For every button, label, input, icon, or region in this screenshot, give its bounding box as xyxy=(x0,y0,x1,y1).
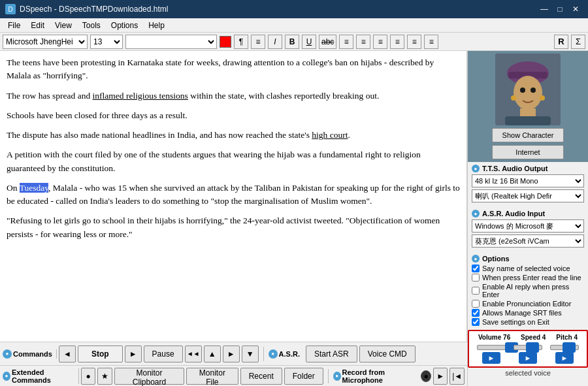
monitor-clipboard-btn[interactable]: Monitor Clipboard xyxy=(114,368,184,385)
checkbox-say-name-label: Say name of selected voice xyxy=(482,265,570,272)
mic-stop-btn[interactable]: ● xyxy=(421,370,431,382)
nav-prev-btn[interactable]: ◄◄ xyxy=(185,346,202,362)
pause-btn[interactable]: Pause xyxy=(144,346,183,362)
ext-commands-section: ● Extended Commands xyxy=(3,368,79,384)
menu-file[interactable]: File xyxy=(3,20,25,31)
vsp-sliders-row: ► ► ► xyxy=(473,345,583,364)
tts-label: T.T.S. Audio Output xyxy=(482,165,547,172)
bold-btn[interactable]: B xyxy=(285,35,299,49)
stop-btn[interactable]: Stop xyxy=(78,346,123,362)
pitch-thumb[interactable] xyxy=(563,342,576,353)
minimize-button[interactable]: — xyxy=(537,3,551,15)
justify-btn[interactable]: ≡ xyxy=(390,35,404,49)
align-btn[interactable]: ≡ xyxy=(251,35,265,49)
volume-track[interactable] xyxy=(477,345,506,350)
toolbar: Microsoft JhengHei 13 ¶ ≡ I B U abc ≡ ≡ … xyxy=(0,33,588,51)
commands-section: ● Commands xyxy=(3,349,57,359)
show-character-btn[interactable]: Show Character xyxy=(492,128,564,142)
character-image xyxy=(495,54,561,125)
checkbox-enter-read: When press Enter read the line xyxy=(472,274,584,281)
selected-voice-label: selected voice xyxy=(505,369,551,377)
style-selector[interactable] xyxy=(125,35,217,49)
align-center-btn[interactable]: ≡ xyxy=(356,35,370,49)
record-label: Record from Microphone xyxy=(342,368,416,384)
checkbox-say-name: Say name of selected voice xyxy=(472,265,584,272)
asr-section: ● A.S.R. xyxy=(269,349,304,359)
title-bar-controls: — □ ✕ xyxy=(537,3,583,15)
next-btn[interactable]: ► xyxy=(125,346,142,362)
vsp-section: Volume 76 Speed 4 Pitch 4 ► xyxy=(468,330,588,368)
checkbox-pronunciation-input[interactable] xyxy=(472,300,480,308)
volume-arrow[interactable]: ► xyxy=(482,352,500,364)
menu-bar: File Edit View Tools Options Help xyxy=(0,18,588,33)
svg-point-4 xyxy=(520,88,525,93)
para-3: Schools have been closed for three days … xyxy=(7,109,460,122)
divider2 xyxy=(328,369,329,383)
speed-track[interactable] xyxy=(514,345,542,350)
nav-down-btn[interactable]: ▼ xyxy=(242,346,259,362)
prev-btn[interactable]: ◄ xyxy=(59,346,76,362)
outdent-btn[interactable]: ≡ xyxy=(424,35,438,49)
color-picker[interactable] xyxy=(220,36,231,48)
paragraph-btn[interactable]: ¶ xyxy=(234,35,248,49)
svg-point-7 xyxy=(540,95,545,101)
pitch-arrow[interactable]: ► xyxy=(555,352,574,364)
options-title: ● Options xyxy=(472,255,584,263)
menu-help[interactable]: Help xyxy=(143,20,170,31)
ext-nav2-btn[interactable]: ★ xyxy=(97,368,112,385)
tts-select-1[interactable]: 48 kl Iz 16 Bit Mono xyxy=(472,174,584,187)
close-button[interactable]: ✕ xyxy=(568,3,583,15)
checkbox-ai-reply: Enable AI reply when press Enter xyxy=(472,283,584,298)
tts-select-2[interactable]: 喇叭 (Realtek High Defir xyxy=(472,189,584,202)
nav-up-btn[interactable]: ▲ xyxy=(204,346,221,362)
svg-point-5 xyxy=(531,88,536,93)
menu-tools[interactable]: Tools xyxy=(77,20,106,31)
para-1: The teens have been protesting in Karnat… xyxy=(7,56,460,83)
avatar-svg xyxy=(495,54,561,125)
internet-btn[interactable]: Internet xyxy=(492,145,564,159)
font-selector[interactable]: Microsoft JhengHei xyxy=(3,35,88,49)
menu-edit[interactable]: Edit xyxy=(25,20,50,31)
checkbox-pronunciation-label: Enable Pronunciation Editor xyxy=(482,300,571,308)
asr-select-1[interactable]: Windows 的 Microsoft 麥 xyxy=(472,219,584,233)
asr-select-2[interactable]: 葵克恩 (e2eSoft iVCam xyxy=(472,234,584,248)
align-left-btn[interactable]: ≡ xyxy=(339,35,353,49)
start-asr-btn[interactable]: Start ASR xyxy=(306,346,357,362)
checkbox-pronunciation: Enable Pronunciation Editor xyxy=(472,300,584,308)
checkbox-save-input[interactable] xyxy=(472,318,480,326)
voice-cmd-btn[interactable]: Voice CMD xyxy=(359,346,416,362)
svg-point-3 xyxy=(514,76,542,110)
nav-fwd-btn[interactable]: ► xyxy=(223,346,240,362)
ext-nav1-btn[interactable]: ● xyxy=(81,368,96,385)
sigma-button[interactable]: Σ xyxy=(571,35,585,49)
asr-section-panel: ● A.S.R. Audio Input Windows 的 Microsoft… xyxy=(468,207,588,252)
asr-label: A.S.R. xyxy=(279,350,300,358)
folder-btn[interactable]: Folder xyxy=(284,368,323,385)
font-size-selector[interactable]: 13 xyxy=(90,35,123,49)
title-bar-left: D DSpeech - DSpeechTMPDownloaded.html xyxy=(5,4,168,14)
recent-btn[interactable]: Recent xyxy=(240,368,282,385)
monitor-file-btn[interactable]: Monitor File xyxy=(186,368,238,385)
editor-content[interactable]: The teens have been protesting in Karnat… xyxy=(0,51,466,342)
indent-btn[interactable]: ≡ xyxy=(407,35,421,49)
r-button[interactable]: R xyxy=(554,35,568,49)
maximize-button[interactable]: □ xyxy=(553,3,567,15)
mic-end-btn[interactable]: |◄ xyxy=(449,368,465,385)
underline-btn[interactable]: U xyxy=(302,35,316,49)
speed-arrow[interactable]: ► xyxy=(519,352,537,364)
checkbox-say-name-input[interactable] xyxy=(472,265,480,272)
speed-thumb[interactable] xyxy=(526,342,539,353)
align-right-btn[interactable]: ≡ xyxy=(373,35,387,49)
mic-play-btn[interactable]: ► xyxy=(433,368,448,385)
pitch-track[interactable] xyxy=(550,345,579,350)
menu-view[interactable]: View xyxy=(50,20,77,31)
record-section: ● Record from Microphone xyxy=(333,368,419,384)
strikethrough-btn[interactable]: abc xyxy=(319,35,336,49)
checkbox-srt-input[interactable] xyxy=(472,309,480,317)
commands-label: Commands xyxy=(13,350,52,358)
checkbox-enter-read-input[interactable] xyxy=(472,274,480,281)
italic-btn[interactable]: I xyxy=(268,35,282,49)
title-bar: D DSpeech - DSpeechTMPDownloaded.html — … xyxy=(0,0,588,18)
checkbox-ai-reply-input[interactable] xyxy=(472,287,480,295)
menu-options[interactable]: Options xyxy=(106,20,143,31)
